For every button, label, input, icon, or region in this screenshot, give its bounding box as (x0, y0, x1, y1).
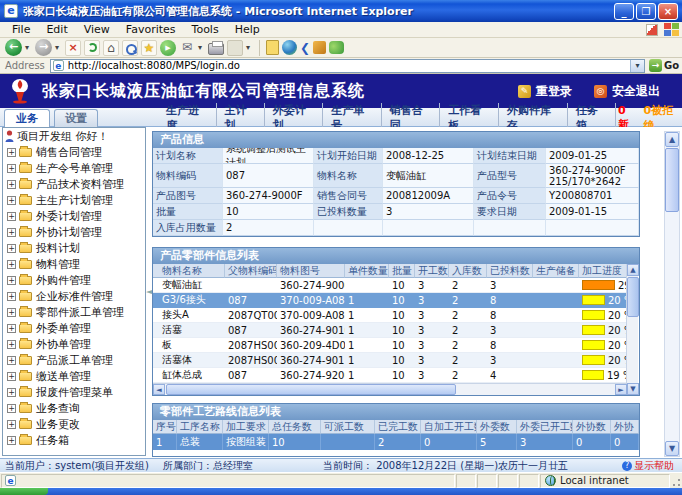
expand-icon[interactable] (7, 292, 16, 301)
contacts-icon[interactable] (329, 41, 344, 54)
forward-dropdown-icon[interactable]: ▾ (55, 43, 62, 52)
menu-help[interactable]: Help (227, 23, 268, 36)
resize-grip[interactable] (670, 474, 682, 488)
sidebar-item-outsource-order[interactable]: 外委单管理 (3, 320, 145, 336)
search-icon[interactable] (122, 40, 138, 56)
col-finished[interactable]: 已完工数 (375, 420, 421, 434)
favorites-icon[interactable]: ★ (141, 40, 157, 56)
sidebar-item-business-change[interactable]: 业务更改 (3, 416, 145, 432)
expand-icon[interactable] (7, 356, 16, 365)
mail-icon[interactable]: ✉ (179, 40, 195, 56)
col-coop-more[interactable]: 外协 (611, 420, 639, 434)
sidebar-item-outsource-plan[interactable]: 外委计划管理 (3, 208, 145, 224)
stop-icon[interactable]: × (65, 40, 81, 56)
parts-table-horizontal-scrollbar[interactable]: ◄ ► (153, 383, 627, 395)
col-stocked[interactable]: 入库数 (449, 264, 487, 278)
address-input[interactable]: e http://localhost:8080/MPS/login.do ▾ (50, 59, 645, 73)
expand-icon[interactable] (7, 260, 16, 269)
start-button-fragment[interactable] (0, 488, 48, 495)
minimize-button[interactable]: _ (614, 3, 634, 20)
sidebar-item-coop-plan[interactable]: 外协计划管理 (3, 224, 145, 240)
sidebar-item-purchased-parts[interactable]: 外购件管理 (3, 272, 145, 288)
maximize-button[interactable]: ❐ (636, 3, 656, 20)
col-batch[interactable]: 批量 (389, 264, 415, 278)
sidebar-item-feeding-plan[interactable]: 投料计划 (3, 240, 145, 256)
parts-row[interactable]: 接头A2087QT002 370-009-A08501 103 28 20 % (153, 308, 639, 323)
expand-icon[interactable] (7, 164, 16, 173)
menu-edit[interactable]: Edit (38, 23, 75, 36)
expand-icon[interactable] (7, 420, 16, 429)
main-vertical-scrollbar[interactable]: ▲ ▼ (664, 131, 680, 457)
parts-row[interactable]: 活塞087 360-274-9010F1 103 23 20 % (153, 323, 639, 338)
parts-table-vertical-scrollbar[interactable]: ▲ ▼ (626, 264, 638, 395)
expand-icon[interactable] (7, 436, 16, 445)
col-drawing-no[interactable]: 物料图号 (277, 264, 345, 278)
expand-icon[interactable] (7, 308, 16, 317)
expand-icon[interactable] (7, 196, 16, 205)
expand-icon[interactable] (7, 388, 16, 397)
sidebar-item-business-query[interactable]: 业务查询 (3, 400, 145, 416)
back-dropdown-icon[interactable]: ▾ (25, 43, 32, 52)
edit-dropdown-icon[interactable]: ▾ (246, 43, 253, 52)
col-unit-qty[interactable]: 单件数量 (345, 264, 389, 278)
col-started[interactable]: 开工数 (415, 264, 449, 278)
scroll-down-icon[interactable]: ▼ (627, 383, 639, 395)
menu-view[interactable]: View (76, 23, 118, 36)
parts-row[interactable]: 变幅油缸 360-274-9000F 103 23 29 % (153, 278, 639, 293)
scroll-up-icon[interactable]: ▲ (665, 132, 679, 147)
menu-tools[interactable]: Tools (184, 23, 227, 36)
parts-row[interactable]: 活塞体2087HS002 360-274-9011W1 103 23 20 % (153, 353, 639, 368)
col-parent-code[interactable]: 父物料编码 (225, 264, 277, 278)
mail-dropdown-icon[interactable]: ▾ (198, 43, 205, 52)
sidebar-item-coop-order[interactable]: 外协单管理 (3, 336, 145, 352)
parts-row[interactable]: 板2087HS002 360-209-4D0101 103 28 20 % (153, 338, 639, 353)
scroll-up-icon[interactable]: ▲ (627, 264, 639, 276)
research-icon[interactable] (313, 41, 326, 54)
scroll-right-icon[interactable]: ► (615, 384, 627, 395)
sidebar-item-master-plan[interactable]: 主生产计划管理 (3, 192, 145, 208)
expand-icon[interactable] (7, 148, 16, 157)
tab-settings[interactable]: 设置 (54, 109, 98, 127)
media-icon[interactable]: ▶ (160, 40, 176, 56)
expand-icon[interactable] (7, 180, 16, 189)
forward-icon[interactable]: → (35, 39, 52, 56)
sidebar-item-delivery-order[interactable]: 缴送单管理 (3, 368, 145, 384)
col-material-name[interactable]: 物料名称 (159, 264, 225, 278)
col-seq[interactable]: 序号 (153, 420, 177, 434)
home-icon[interactable]: ⌂ (103, 40, 119, 56)
col-self-started[interactable]: 自加工开工数 (421, 420, 477, 434)
expand-icon[interactable] (7, 244, 16, 253)
scroll-thumb[interactable] (627, 277, 639, 317)
scroll-down-icon[interactable]: ▼ (665, 441, 679, 456)
refresh-icon[interactable] (84, 40, 100, 56)
sidebar-item-order-no[interactable]: 生产令号单管理 (3, 160, 145, 176)
address-dropdown-icon[interactable]: ▾ (630, 60, 644, 72)
col-fed[interactable]: 已投料数 (487, 264, 533, 278)
address-url[interactable]: http://localhost:8080/MPS/login.do (68, 60, 630, 71)
expand-icon[interactable] (7, 340, 16, 349)
sidebar-item-sales-contract[interactable]: 销售合同管理 (3, 144, 145, 160)
sidebar-item-dispatch-order[interactable]: 零部件派工单管理 (3, 304, 145, 320)
menu-file[interactable]: File (4, 23, 38, 36)
scroll-thumb[interactable] (166, 384, 456, 395)
print-icon[interactable] (208, 43, 224, 55)
messenger-icon[interactable] (282, 40, 297, 55)
logout-button[interactable]: ◎ 安全退出 (594, 83, 660, 100)
scroll-left-icon[interactable]: ◄ (153, 384, 165, 395)
sidebar-item-standard-parts[interactable]: 企业标准件管理 (3, 288, 145, 304)
menu-favorites[interactable]: Favorites (118, 23, 184, 36)
parts-row-selected[interactable]: G3/6接头087 370-009-A08401 103 28 20 % (153, 293, 639, 308)
col-process-name[interactable]: 工序名称 (177, 420, 223, 434)
tab-business[interactable]: 业务 (4, 109, 50, 127)
scroll-thumb[interactable] (665, 148, 679, 212)
relogin-button[interactable]: ✎ 重登录 (518, 83, 572, 100)
col-coop[interactable]: 外协数 (573, 420, 611, 434)
notes-icon[interactable] (266, 40, 279, 55)
show-help-link[interactable]: ? 显示帮助 (622, 459, 674, 473)
sidebar-item-tech-docs[interactable]: 产品技术资料管理 (3, 176, 145, 192)
expand-icon[interactable] (7, 228, 16, 237)
expand-icon[interactable] (7, 404, 16, 413)
col-outsourced-started[interactable]: 外委已开工数 (517, 420, 573, 434)
col-requirement[interactable]: 加工要求 (223, 420, 269, 434)
sidebar-item-scrap-mgmt[interactable]: 报废件管理菜单 (3, 384, 145, 400)
